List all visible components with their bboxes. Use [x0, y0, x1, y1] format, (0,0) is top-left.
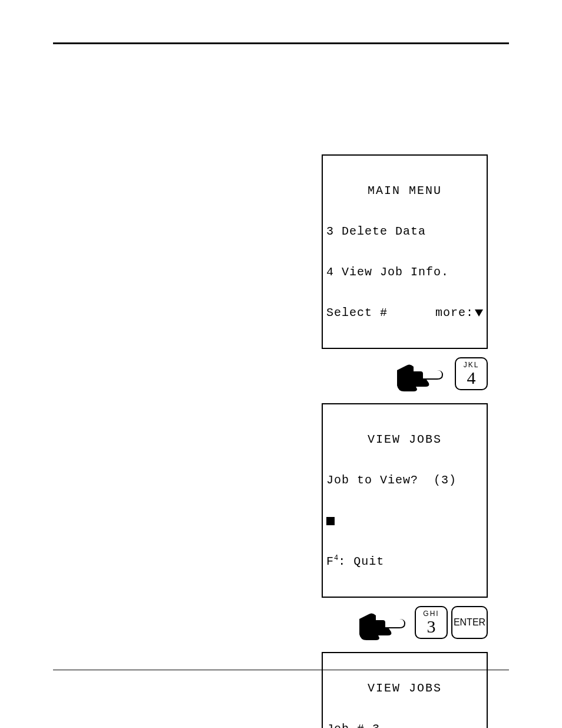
- pointing-hand-icon: [396, 360, 447, 393]
- key-enter-button[interactable]: ENTER: [451, 606, 488, 639]
- press-key-3-enter-row: GHI 3 ENTER: [322, 606, 488, 644]
- screen3-title: VIEW JOBS: [326, 681, 483, 695]
- lcd-screen-view-jobs-prompt: VIEW JOBS Job to View? (3) F4: Quit: [322, 403, 488, 598]
- down-arrow-icon: [475, 309, 483, 317]
- lcd-screen-view-jobs-result: VIEW JOBS Job # 3 Job Description: F4: Q…: [322, 652, 488, 728]
- screen1-prompt-left: Select #: [326, 306, 388, 319]
- cursor-icon: [326, 517, 335, 525]
- key-3-primary: 3: [416, 617, 447, 637]
- lcd-screen-main-menu: MAIN MENU 3 Delete Data 4 View Job Info.…: [322, 154, 488, 349]
- screen3-line1: Job # 3: [326, 722, 483, 728]
- right-column: MAIN MENU 3 Delete Data 4 View Job Info.…: [322, 154, 488, 728]
- screen1-line1: 3 Delete Data: [326, 225, 483, 238]
- press-key-4-row: JKL 4: [322, 357, 488, 395]
- screen2-line1: Job to View? (3): [326, 473, 483, 487]
- screen1-prompt-right: more:: [435, 306, 483, 319]
- screen1-line2: 4 View Job Info.: [326, 265, 483, 279]
- key-4-button[interactable]: JKL 4: [455, 357, 488, 390]
- screen1-title: MAIN MENU: [326, 184, 483, 197]
- pointing-hand-icon: [358, 608, 409, 641]
- key-enter-label: ENTER: [454, 617, 485, 628]
- screen2-cursor-line: [326, 514, 483, 528]
- screen2-quit: F4: Quit: [326, 555, 483, 568]
- key-4-primary: 4: [456, 368, 487, 388]
- key-3-button[interactable]: GHI 3: [415, 606, 448, 639]
- top-rule: [53, 42, 509, 44]
- screen2-title: VIEW JOBS: [326, 433, 483, 446]
